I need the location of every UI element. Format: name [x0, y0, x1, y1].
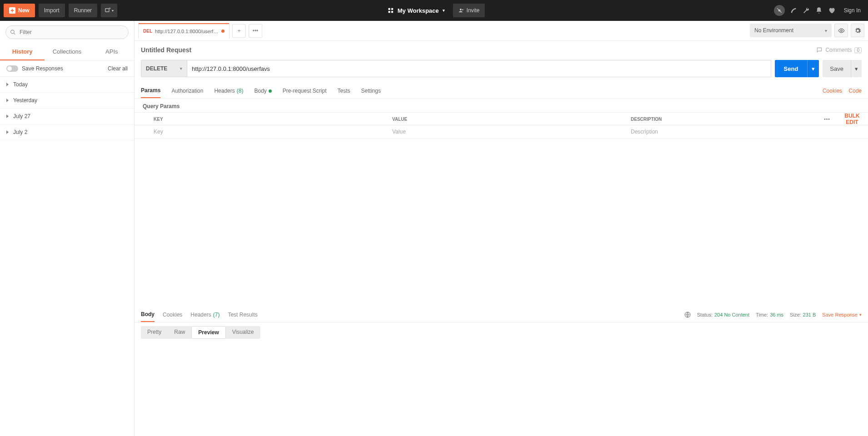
view-pretty[interactable]: Pretty — [141, 326, 168, 339]
new-tab-button[interactable]: + — [232, 24, 246, 38]
resp-tab-body[interactable]: Body — [141, 307, 155, 322]
resp-tab-cookies[interactable]: Cookies — [163, 308, 182, 322]
main-panel: DEL http://127.0.0.1:8000/userfavs + •••… — [135, 21, 868, 436]
time-value: 36 ms — [770, 312, 783, 317]
request-tab[interactable]: DEL http://127.0.0.1:8000/userfavs — [138, 23, 229, 39]
comments-button[interactable]: Comments 0 — [816, 47, 862, 53]
request-title-row: Untitled Request Comments 0 — [135, 41, 868, 56]
query-params-header: Query Params — [135, 99, 868, 112]
workspace-label: My Workspace — [398, 7, 439, 14]
clear-all-link[interactable]: Clear all — [108, 65, 128, 72]
environment-select[interactable]: No Environment — [750, 24, 832, 37]
body-indicator-icon — [269, 89, 272, 93]
value-input[interactable] — [389, 125, 627, 138]
caret-right-icon — [6, 83, 9, 86]
tab-params[interactable]: Params — [141, 84, 160, 98]
response-meta: Status: 204 No Content Time: 36 ms Size:… — [684, 312, 862, 318]
save-responses-toggle[interactable] — [6, 65, 18, 72]
cookies-link[interactable]: Cookies — [823, 88, 842, 94]
runner-button[interactable]: Runner — [69, 4, 97, 17]
history-group-july-27[interactable]: July 27 — [0, 109, 134, 124]
new-window-button[interactable]: ▾ — [101, 4, 117, 17]
save-response-button[interactable]: Save Response ▾ — [822, 312, 862, 317]
send-button[interactable]: Send — [775, 60, 808, 77]
view-preview[interactable]: Preview — [191, 326, 225, 339]
history-group-today[interactable]: Today — [0, 77, 134, 93]
view-visualize[interactable]: Visualize — [226, 326, 260, 339]
wrench-icon[interactable] — [802, 6, 810, 15]
network-icon[interactable] — [684, 312, 691, 318]
invite-label: Invite — [467, 7, 480, 14]
history-label: Today — [13, 81, 28, 88]
tab-authorization[interactable]: Authorization — [171, 84, 203, 98]
topbar: + New Import Runner ▾ My Workspace ▾ Inv… — [0, 0, 868, 21]
save-responses-label: Save Responses — [22, 65, 63, 72]
svg-point-8 — [840, 30, 842, 31]
signin-link[interactable]: Sign In — [840, 7, 864, 14]
size-label: Size: — [790, 312, 801, 317]
invite-button[interactable]: Invite — [453, 4, 485, 17]
query-params-table: KEY VALUE DESCRIPTION ••• Bulk Edit — [135, 112, 868, 139]
resp-tab-headers[interactable]: Headers (7) — [190, 308, 219, 322]
sidebar-tabs: History Collections APIs — [0, 44, 134, 61]
request-title: Untitled Request — [141, 46, 191, 54]
status-label: Status: — [697, 312, 713, 317]
svg-rect-1 — [389, 8, 390, 10]
caret-right-icon — [6, 130, 9, 134]
status-value: 204 No Content — [714, 312, 749, 317]
view-raw[interactable]: Raw — [168, 326, 191, 339]
tab-body[interactable]: Body — [254, 84, 271, 98]
filter-input[interactable] — [5, 25, 129, 39]
svg-rect-2 — [391, 8, 393, 10]
save-button[interactable]: Save — [823, 60, 851, 77]
resp-tab-tests[interactable]: Test Results — [228, 308, 257, 322]
url-input[interactable] — [187, 60, 771, 77]
environment-area: No Environment — [750, 24, 864, 37]
import-button[interactable]: Import — [39, 4, 65, 17]
code-link[interactable]: Code — [848, 88, 862, 94]
tab-apis[interactable]: APIs — [90, 44, 134, 60]
history-label: July 2 — [13, 129, 27, 135]
desc-header: DESCRIPTION — [627, 117, 818, 122]
tab-settings[interactable]: Settings — [361, 84, 381, 98]
new-label: New — [18, 7, 30, 14]
send-dropdown-button[interactable]: ▾ — [807, 60, 819, 77]
workspace-dropdown[interactable]: My Workspace ▾ — [383, 4, 449, 17]
tab-collections[interactable]: Collections — [45, 44, 89, 60]
size-value: 231 B — [803, 312, 816, 317]
tab-headers[interactable]: Headers (8) — [214, 84, 243, 98]
method-label: DELETE — [146, 65, 167, 72]
history-group-july-2[interactable]: July 2 — [0, 124, 134, 140]
new-button[interactable]: + New — [4, 4, 35, 17]
tab-prerequest[interactable]: Pre-request Script — [283, 84, 327, 98]
globe-icon — [684, 312, 691, 318]
history-group-yesterday[interactable]: Yesterday — [0, 93, 134, 109]
environment-quicklook-button[interactable] — [834, 24, 848, 37]
method-select[interactable]: DELETE ▾ — [141, 60, 187, 77]
satellite-icon[interactable] — [789, 6, 798, 15]
topbar-right: Sign In — [774, 5, 864, 16]
tab-tests[interactable]: Tests — [338, 84, 350, 98]
save-dropdown-button[interactable]: ▾ — [851, 60, 862, 77]
response-body-area — [135, 342, 868, 436]
table-more-button[interactable]: ••• — [818, 117, 836, 122]
bulk-edit-link[interactable]: Bulk Edit — [844, 113, 859, 125]
svg-point-7 — [11, 30, 15, 34]
caret-right-icon — [6, 114, 9, 118]
bell-icon[interactable] — [815, 6, 823, 15]
tab-history[interactable]: History — [0, 44, 45, 60]
tab-more-button[interactable]: ••• — [249, 24, 262, 38]
environment-settings-button[interactable] — [851, 24, 864, 37]
svg-rect-4 — [391, 11, 393, 13]
svg-point-5 — [460, 9, 462, 10]
window-icon — [105, 7, 111, 14]
sync-off-icon[interactable] — [774, 5, 785, 16]
comment-icon — [816, 47, 823, 53]
key-input[interactable] — [150, 125, 389, 138]
heart-icon[interactable] — [828, 6, 836, 15]
response-view-tabs: Pretty Raw Preview Visualize — [135, 322, 868, 342]
request-section-tabs: Params Authorization Headers (8) Body Pr… — [135, 81, 868, 99]
request-body-spacer — [135, 139, 868, 305]
table-row — [135, 125, 868, 138]
desc-input[interactable] — [627, 125, 818, 138]
